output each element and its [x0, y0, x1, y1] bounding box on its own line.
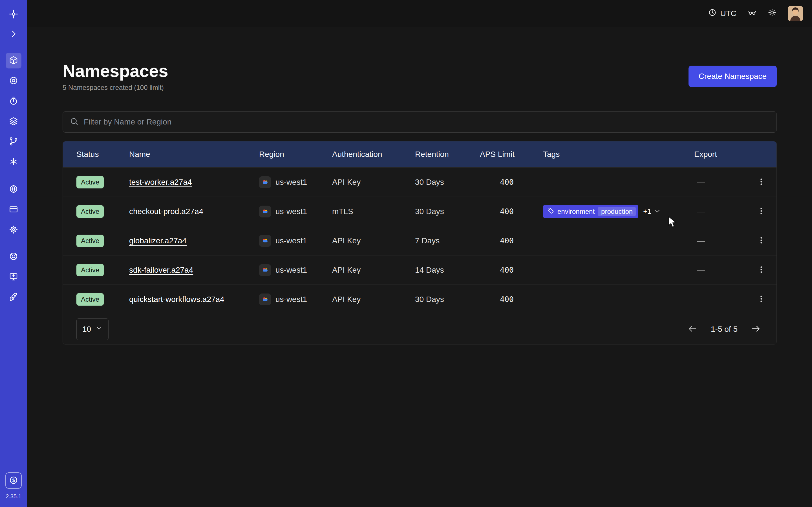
sidebar-item-deployments[interactable] [6, 114, 21, 129]
tags-expand-button[interactable] [654, 207, 661, 216]
clock-icon [708, 8, 717, 19]
tag-key: environment [557, 208, 595, 216]
theme-toggle-button[interactable] [768, 8, 776, 19]
kebab-menu-icon [757, 265, 765, 275]
export-cell: — [694, 266, 746, 275]
usage-button[interactable]: $ [5, 472, 22, 489]
status-badge: Active [77, 293, 104, 305]
retention-cell: 30 Days [415, 178, 480, 187]
create-namespace-button[interactable]: Create Namespace [689, 66, 777, 87]
aps-limit-cell: 400 [480, 295, 543, 304]
status-badge: Active [77, 235, 104, 247]
sidebar-item-namespaces[interactable] [6, 53, 21, 68]
sidebar-item-support[interactable] [6, 249, 21, 265]
gcp-logo-icon [259, 293, 271, 305]
sidebar-item-regions[interactable] [6, 181, 21, 197]
gcp-logo-icon [259, 235, 271, 247]
cube-icon [9, 55, 18, 66]
kebab-menu-icon [757, 177, 765, 187]
sidebar-nav-help [6, 249, 21, 309]
retention-cell: 30 Days [415, 295, 480, 304]
gcp-logo-icon [259, 264, 271, 276]
search-icon [70, 117, 79, 127]
gear-icon [9, 225, 18, 235]
labs-toggle-button[interactable] [748, 8, 756, 19]
row-menu-button[interactable] [754, 263, 769, 277]
export-cell: — [694, 178, 746, 187]
namespace-link[interactable]: quickstart-workflows.a27a4 [129, 295, 224, 304]
temporal-logo-icon [6, 6, 21, 22]
sidebar-item-batch-operations[interactable] [6, 134, 21, 150]
auth-cell: API Key [332, 266, 415, 275]
pagination-range: 1-5 of 5 [711, 325, 738, 334]
tag-pill[interactable]: environment production [543, 205, 638, 218]
tag-value: production [598, 207, 636, 216]
namespaces-table: Status Name Region Authentication Retent… [63, 141, 777, 344]
row-menu-button[interactable] [754, 204, 769, 219]
table-row: Active checkout-prod.a27a4 us-west1 mTLS… [63, 196, 776, 226]
row-menu-button[interactable] [754, 233, 769, 248]
search-input[interactable] [84, 117, 770, 126]
layers-icon [9, 116, 18, 127]
sidebar-item-settings[interactable] [6, 222, 21, 238]
namespace-link[interactable]: globalizer.a27a4 [129, 236, 187, 245]
page-size-select[interactable]: 10 [77, 318, 109, 340]
tags-cell: environment production +1 [543, 205, 694, 218]
aps-limit-cell: 400 [480, 236, 543, 245]
aps-limit-cell: 400 [480, 178, 543, 186]
lifebuoy-icon [9, 251, 18, 262]
sidebar-nav-account [6, 181, 21, 242]
namespace-link[interactable]: test-worker.a27a4 [129, 178, 192, 187]
branch-icon [9, 136, 18, 147]
kebab-menu-icon [757, 295, 765, 304]
page-header: Namespaces 5 Namespaces created (100 lim… [63, 61, 777, 92]
table-header-row: Status Name Region Authentication Retent… [63, 142, 776, 167]
sidebar-item-onboarding[interactable] [6, 289, 21, 305]
chevron-right-icon [9, 29, 18, 40]
arrow-left-icon [688, 324, 697, 334]
gcp-logo-icon [259, 176, 271, 188]
region-label: us-west1 [275, 266, 307, 275]
namespace-link[interactable]: sdk-failover.a27a4 [129, 266, 193, 275]
monitor-icon [9, 272, 18, 282]
sidebar-expand-button[interactable] [6, 26, 21, 42]
sidebar-item-nexus[interactable] [6, 154, 21, 170]
retention-cell: 14 Days [415, 266, 480, 275]
region-label: us-west1 [275, 178, 307, 187]
sidebar-item-schedules[interactable] [6, 93, 21, 109]
page-size-value: 10 [82, 325, 91, 334]
export-cell: — [694, 207, 746, 216]
content-column: UTC Namespaces 5 Namespaces created (100… [27, 0, 812, 507]
status-badge: Active [77, 176, 104, 188]
status-badge: Active [77, 264, 104, 276]
namespace-link[interactable]: checkout-prod.a27a4 [129, 207, 203, 216]
aps-limit-cell: 400 [480, 266, 543, 274]
auth-cell: mTLS [332, 207, 415, 216]
sidebar-item-getting-started[interactable] [6, 269, 21, 285]
next-page-button[interactable] [751, 324, 761, 334]
kebab-menu-icon [757, 207, 765, 216]
table-footer: 10 1-5 of 5 [63, 314, 776, 344]
status-badge: Active [77, 205, 104, 218]
export-cell: — [694, 295, 746, 304]
region-label: us-west1 [275, 236, 307, 245]
sidebar-item-billing[interactable] [6, 202, 21, 217]
avatar[interactable] [788, 6, 803, 21]
timer-icon [9, 96, 18, 107]
gcp-logo-icon [259, 206, 271, 217]
sidebar-bottom: $ 2.35.1 [5, 472, 22, 500]
globe-icon [9, 184, 18, 194]
column-header-retention: Retention [415, 150, 480, 159]
sidebar-item-workflows[interactable] [6, 73, 21, 89]
row-menu-button[interactable] [754, 292, 769, 307]
asterisk-icon [9, 157, 18, 167]
sidebar: $ 2.35.1 [0, 0, 27, 507]
auth-cell: API Key [332, 178, 415, 187]
timezone-button[interactable]: UTC [708, 8, 737, 19]
row-menu-button[interactable] [754, 175, 769, 189]
timezone-label: UTC [720, 9, 737, 18]
prev-page-button[interactable] [688, 324, 697, 334]
region-label: us-west1 [275, 295, 307, 304]
app-version: 2.35.1 [6, 493, 21, 500]
search-box[interactable] [63, 111, 777, 133]
